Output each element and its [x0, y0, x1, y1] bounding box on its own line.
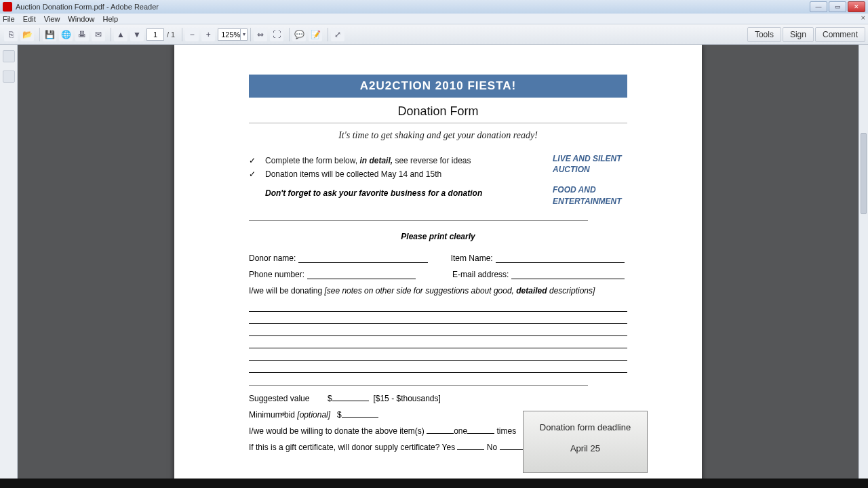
donating-a: I/we will be donating [249, 286, 324, 296]
comment-bubble-icon[interactable]: 💬 [292, 28, 306, 41]
form-subtitle: Donation Form [249, 98, 627, 123]
field-willing-2 [467, 433, 494, 434]
maximize-button[interactable]: ▭ [829, 1, 846, 12]
separator [328, 28, 328, 41]
page-up-icon[interactable]: ▲ [114, 28, 127, 41]
menu-file[interactable]: File [3, 15, 15, 23]
page-number-input[interactable]: 1 [146, 28, 164, 41]
separator [111, 28, 111, 41]
bullet1-a: Complete the form below, [265, 156, 359, 165]
row-suggested: Suggested value $ [$15 - $thousands] [249, 394, 627, 403]
fit-width-icon[interactable]: ⇔ [254, 28, 267, 41]
print-icon[interactable]: 🖶 [75, 28, 89, 41]
separator [250, 28, 251, 41]
titlebar: Auction Donation Form.pdf - Adobe Reader… [0, 0, 868, 14]
label-donor: Donor name: [249, 253, 296, 263]
minimize-button[interactable]: — [810, 1, 827, 12]
zoom-in-icon[interactable]: + [201, 28, 215, 41]
thumbnails-icon[interactable] [3, 50, 15, 62]
divider [249, 220, 588, 221]
field-donor [298, 253, 427, 263]
close-button[interactable]: ✕ [848, 1, 865, 12]
zoom-out-icon[interactable]: − [185, 28, 199, 41]
donating-d: descriptions] [547, 286, 595, 296]
window-controls: — ▭ ✕ [808, 1, 865, 12]
deadline-line2: April 25 [524, 443, 647, 453]
open-icon[interactable]: 📂 [20, 28, 34, 41]
separator [39, 28, 40, 41]
zoom-select[interactable]: 125% ▾ [218, 28, 248, 41]
donating-b: [see notes on other side for suggestions… [324, 286, 516, 296]
read-mode-icon[interactable]: ⤢ [331, 28, 344, 41]
document-viewer[interactable]: A2U2CTION 2010 FIESTA! Donation Form It'… [18, 45, 859, 479]
menu-help[interactable]: Help [102, 15, 118, 23]
divider [249, 123, 627, 123]
refresh-icon[interactable]: 🌐 [59, 28, 73, 41]
blank-line [249, 336, 627, 348]
willing-b: one [454, 426, 467, 436]
label-minbid: Minimum bid [249, 410, 297, 420]
label-phone: Phone number: [249, 270, 304, 279]
separator [289, 28, 290, 41]
bullet-1: ✓ Complete the form below, in detail, se… [249, 156, 539, 165]
deadline-box: Donation form deadline April 25 [523, 411, 648, 473]
intro-right: LIVE AND SILENT AUCTION FOOD AND ENTERTA… [553, 152, 627, 216]
bullet1-c: see reverse for ideas [393, 156, 471, 165]
bullet2-text: Donation items will be collected May 14 … [265, 169, 441, 179]
comment-button[interactable]: Comment [815, 27, 865, 42]
highlight-icon[interactable]: 📝 [309, 28, 322, 41]
intro-columns: ✓ Complete the form below, in detail, se… [249, 152, 627, 216]
donating-line: I/we will be donating [see notes on othe… [249, 286, 627, 296]
field-yes [457, 449, 484, 450]
divider [249, 385, 588, 386]
bottom-strip [0, 479, 868, 488]
save-icon[interactable]: 💾 [43, 28, 56, 41]
gift-a: If this is a gift certificate, will dono… [249, 443, 457, 452]
sidebar-note-2: FOOD AND ENTERTAINMENT [553, 184, 627, 206]
export-pdf-icon[interactable]: ⎘ [4, 28, 18, 41]
field-email [511, 270, 625, 279]
blank-line [249, 324, 627, 336]
label-item: Item Name: [451, 253, 493, 263]
sidebar-note-1: LIVE AND SILENT AUCTION [553, 153, 627, 175]
checkmark-icon: ✓ [249, 156, 265, 165]
chevron-down-icon: ▾ [240, 29, 247, 40]
menubar-close-icon[interactable]: × [861, 14, 865, 22]
vertical-scrollbar[interactable] [859, 45, 868, 479]
bullet-2: ✓ Donation items will be collected May 1… [249, 169, 539, 179]
reminder: Don't forget to ask your favorite busine… [265, 188, 539, 198]
blank-line [249, 300, 627, 312]
tools-button[interactable]: Tools [747, 27, 781, 42]
dollar-sign: $ [328, 394, 332, 403]
row-donor-item: Donor name: Item Name: [249, 253, 627, 263]
dollar-sign: $ [337, 410, 342, 420]
banner-title: A2U2CTION 2010 FIESTA! [249, 75, 627, 98]
scrollbar-thumb[interactable] [861, 133, 867, 214]
page-down-icon[interactable]: ▼ [130, 28, 144, 41]
blank-line [249, 348, 627, 361]
blank-line [249, 312, 627, 324]
field-phone [307, 270, 416, 279]
fit-page-icon[interactable]: ⛶ [270, 28, 283, 41]
menu-edit[interactable]: Edit [23, 15, 36, 23]
zoom-value: 125% [221, 29, 240, 40]
attachments-icon[interactable] [3, 70, 15, 83]
menu-view[interactable]: View [44, 15, 60, 23]
menu-window[interactable]: Window [68, 15, 94, 23]
field-suggested [332, 401, 369, 401]
separator [182, 28, 182, 41]
field-item [496, 253, 625, 263]
email-icon[interactable]: ✉ [92, 28, 105, 41]
app-icon [3, 2, 12, 12]
willing-c: times [494, 426, 516, 436]
sign-button[interactable]: Sign [783, 27, 814, 42]
donating-c: detailed [516, 286, 547, 296]
page-total: / 1 [167, 30, 175, 39]
suggested-hint: [$15 - $thousands] [373, 394, 440, 403]
label-optional: [optional] [297, 410, 330, 420]
window-title: Auction Donation Form.pdf - Adobe Reader [16, 3, 808, 11]
row-phone-email: Phone number: E-mail address: [249, 270, 627, 279]
gift-no: No [484, 443, 499, 452]
blank-line [249, 361, 627, 373]
checkmark-icon: ✓ [249, 169, 265, 179]
